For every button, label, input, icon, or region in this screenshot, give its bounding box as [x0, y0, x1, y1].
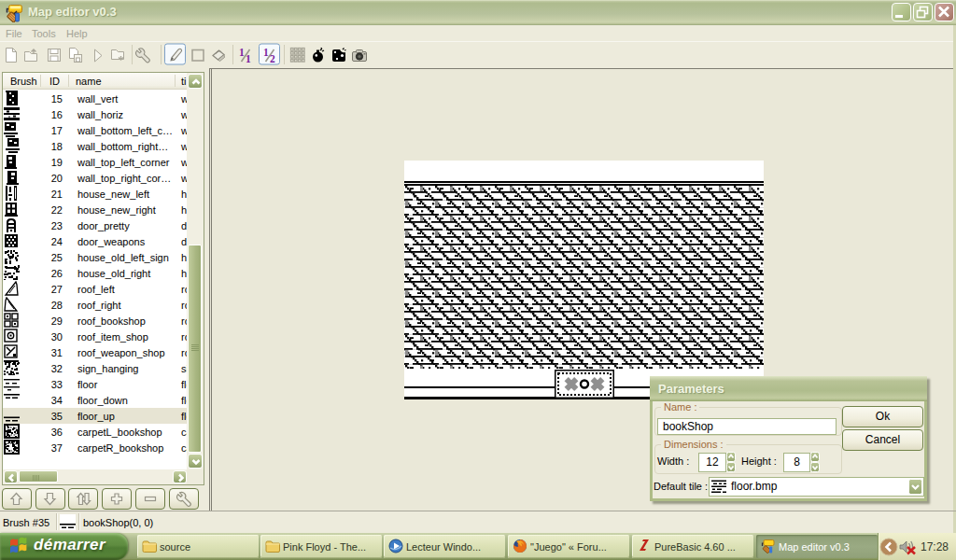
svg-text:1: 1 — [239, 47, 245, 58]
svg-text:1: 1 — [263, 47, 269, 58]
svg-text:2: 2 — [270, 53, 275, 64]
svg-text:1: 1 — [246, 53, 251, 64]
